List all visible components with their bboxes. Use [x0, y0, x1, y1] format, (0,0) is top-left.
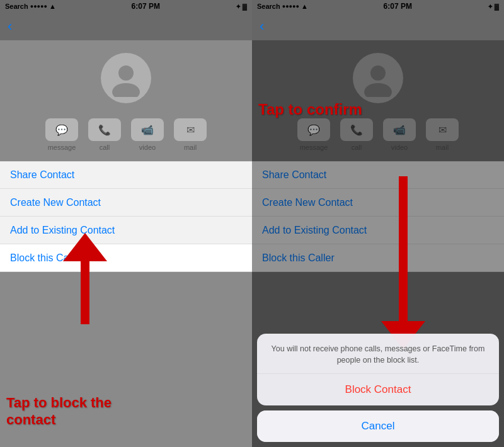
right-message-icon: 💬	[297, 118, 330, 141]
right-panel: Search ●●●●● ▲ 6:07 PM ✦ ▓ ‹ 💬 message 📞	[252, 0, 504, 447]
right-call-label: call	[352, 144, 362, 151]
svg-point-1	[112, 83, 140, 97]
svg-marker-3	[63, 233, 107, 261]
left-signal: ●●●●●	[30, 3, 47, 9]
right-avatar	[353, 53, 403, 103]
left-back-button[interactable]: ‹	[8, 18, 12, 35]
left-message-btn[interactable]: 💬 message	[45, 118, 78, 151]
left-share-contact[interactable]: Share Contact	[0, 161, 252, 189]
left-block-caller[interactable]: Block this Caller	[0, 244, 252, 272]
left-annotation: Tap to block the contact	[6, 395, 112, 428]
left-carrier: Search ●●●●● ▲	[5, 3, 56, 10]
left-call-icon: 📞	[88, 118, 121, 141]
left-video-label: video	[139, 144, 156, 151]
right-annotation: Tap to confirm	[258, 101, 362, 119]
right-status-bar: Search ●●●●● ▲ 6:07 PM ✦ ▓	[252, 0, 504, 13]
left-nav-bar: ‹	[0, 13, 252, 40]
left-battery-icon: ▓	[243, 3, 247, 10]
right-call-icon: 📞	[340, 118, 373, 141]
alert-overlay: You will not receive phone calls, messag…	[252, 329, 504, 447]
left-mail-btn[interactable]: ✉ mail	[174, 118, 207, 151]
left-status-bar: Search ●●●●● ▲ 6:07 PM ✦ ▓	[0, 0, 252, 13]
right-video-icon: 📹	[383, 118, 416, 141]
svg-point-4	[370, 65, 386, 81]
alert-box: You will not receive phone calls, messag…	[257, 334, 499, 405]
svg-point-5	[364, 83, 392, 97]
block-contact-button[interactable]: Block Contact	[257, 374, 499, 405]
svg-point-0	[118, 65, 134, 81]
right-carrier: Search ●●●●● ▲	[257, 3, 308, 10]
right-avatar-icon	[359, 59, 397, 97]
left-battery-area: ✦ ▓	[236, 3, 247, 10]
right-nav-bar: ‹	[252, 13, 504, 40]
left-mail-label: mail	[184, 144, 197, 151]
left-bluetooth-icon: ✦	[236, 3, 241, 10]
right-message-label: message	[300, 144, 328, 151]
right-mail-label: mail	[436, 144, 449, 151]
right-battery-area: ✦ ▓	[488, 3, 499, 10]
right-video-btn[interactable]: 📹 video	[383, 118, 416, 151]
right-bluetooth-icon: ✦	[488, 3, 493, 10]
left-arrow	[50, 230, 113, 331]
alert-cancel-box: Cancel	[257, 410, 499, 442]
left-mail-icon: ✉	[174, 118, 207, 141]
left-video-btn[interactable]: 📹 video	[131, 118, 164, 151]
left-create-contact[interactable]: Create New Contact	[0, 189, 252, 217]
right-wifi-icon: ▲	[301, 3, 308, 10]
cancel-button[interactable]: Cancel	[257, 410, 499, 442]
right-battery-icon: ▓	[495, 3, 499, 10]
left-carrier-text: Search	[5, 3, 28, 10]
left-add-existing[interactable]: Add to Existing Contact	[0, 217, 252, 244]
left-panel: Search ●●●●● ▲ 6:07 PM ✦ ▓ ‹ 💬 message 📞	[0, 0, 252, 447]
right-mail-btn[interactable]: ✉ mail	[426, 118, 459, 151]
left-list: Share Contact Create New Contact Add to …	[0, 161, 252, 272]
left-message-icon: 💬	[45, 118, 78, 141]
right-call-btn[interactable]: 📞 call	[340, 118, 373, 151]
left-avatar	[101, 53, 151, 103]
left-call-label: call	[100, 144, 110, 151]
right-action-buttons: 💬 message 📞 call 📹 video ✉ mail	[252, 113, 504, 159]
right-carrier-text: Search	[257, 3, 280, 10]
right-message-btn[interactable]: 💬 message	[297, 118, 330, 151]
alert-message: You will not receive phone calls, messag…	[257, 334, 499, 374]
left-avatar-icon	[107, 59, 145, 97]
right-mail-icon: ✉	[426, 118, 459, 141]
left-video-icon: 📹	[131, 118, 164, 141]
left-action-buttons: 💬 message 📞 call 📹 video ✉ mail	[0, 113, 252, 159]
right-back-button[interactable]: ‹	[260, 18, 264, 35]
right-video-label: video	[391, 144, 408, 151]
left-call-btn[interactable]: 📞 call	[88, 118, 121, 151]
left-message-label: message	[48, 144, 76, 151]
right-arrow	[365, 170, 441, 353]
right-signal: ●●●●●	[282, 3, 299, 9]
left-time: 6:07 PM	[132, 2, 160, 11]
left-avatar-area	[0, 40, 252, 113]
left-wifi-icon: ▲	[49, 3, 56, 10]
right-time: 6:07 PM	[384, 2, 412, 11]
